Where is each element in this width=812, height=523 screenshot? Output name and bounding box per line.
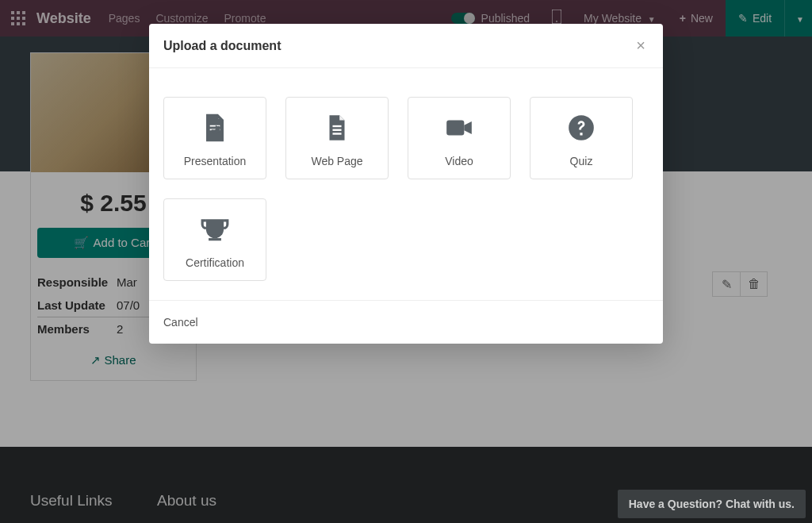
- svg-rect-12: [332, 129, 341, 131]
- svg-rect-11: [332, 125, 341, 127]
- tile-label: Presentation: [184, 155, 247, 167]
- tile-label: Certification: [186, 256, 244, 269]
- modal-footer: Cancel: [149, 301, 663, 344]
- quiz-icon: [566, 109, 596, 147]
- tile-presentation[interactable]: Presentation: [163, 97, 266, 179]
- tile-label: Video: [445, 155, 473, 167]
- tile-webpage[interactable]: Web Page: [285, 97, 389, 179]
- tile-quiz[interactable]: Quiz: [530, 97, 633, 179]
- certification-icon: [200, 210, 230, 248]
- modal-title: Upload a document: [163, 39, 633, 53]
- upload-document-modal: Upload a document × Presentation Web Pag…: [149, 24, 663, 344]
- svg-rect-14: [446, 121, 464, 136]
- svg-rect-13: [332, 133, 341, 134]
- tile-video[interactable]: Video: [408, 97, 511, 179]
- close-icon[interactable]: ×: [633, 37, 649, 55]
- chat-widget[interactable]: Have a Question? Chat with us.: [618, 490, 806, 518]
- svg-rect-17: [209, 238, 221, 240]
- cancel-button[interactable]: Cancel: [163, 316, 198, 329]
- presentation-icon: [200, 109, 230, 147]
- modal-header: Upload a document ×: [149, 24, 663, 68]
- svg-rect-16: [213, 234, 217, 238]
- modal-body: Presentation Web Page Video Quiz: [149, 68, 663, 301]
- tile-label: Web Page: [311, 155, 362, 167]
- webpage-icon: [322, 109, 352, 147]
- tile-label: Quiz: [570, 155, 593, 167]
- video-icon: [444, 109, 474, 147]
- tile-certification[interactable]: Certification: [163, 198, 266, 281]
